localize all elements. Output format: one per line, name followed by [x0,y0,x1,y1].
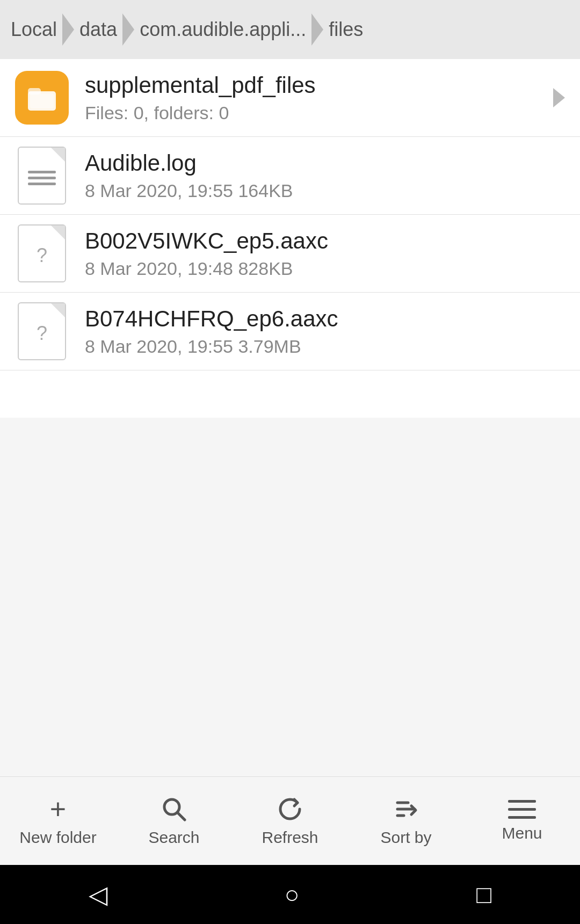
list-item[interactable]: ? B074HCHFRQ_ep6.aaxc 8 Mar 2020, 19:55 … [0,293,580,370]
folder-icon [15,71,69,125]
back-button[interactable]: ◁ [89,880,107,909]
chevron-right-icon [553,88,565,107]
file-name: B002V5IWKC_ep5.aaxc [85,228,565,254]
file-name: Audible.log [85,150,565,176]
breadcrumb-separator [62,13,74,46]
refresh-button[interactable]: Refresh [232,777,348,865]
empty-area [0,418,580,776]
breadcrumb-separator-2 [122,13,134,46]
plus-icon: + [50,795,66,823]
breadcrumb-separator-3 [311,13,323,46]
file-name: supplemental_pdf_files [85,72,553,98]
file-meta: 8 Mar 2020, 19:55 164KB [85,180,565,201]
breadcrumb-item-data[interactable]: data [79,18,117,41]
sort-by-button[interactable]: Sort by [348,777,464,865]
file-info: Audible.log 8 Mar 2020, 19:55 164KB [85,150,565,201]
list-item[interactable]: ? B002V5IWKC_ep5.aaxc 8 Mar 2020, 19:48 … [0,215,580,293]
breadcrumb-item-local[interactable]: Local [11,18,57,41]
svg-line-4 [177,812,185,820]
new-folder-label: New folder [19,828,96,847]
file-name: B074HCHFRQ_ep6.aaxc [85,306,565,332]
recents-button[interactable]: □ [476,880,491,909]
menu-label: Menu [502,824,542,842]
log-file-icon [15,149,69,202]
back-icon: ◁ [89,880,107,909]
file-meta: 8 Mar 2020, 19:48 828KB [85,258,565,279]
unknown-file-icon-2: ? [15,304,69,358]
bottom-toolbar: + New folder Search Refresh Sort by [0,776,580,865]
list-item[interactable]: supplemental_pdf_files Files: 0, folders… [0,59,580,137]
sort-icon [392,795,420,823]
svg-rect-2 [30,93,54,108]
refresh-icon [276,795,304,823]
breadcrumb-item-appli[interactable]: com.audible.appli... [140,18,306,41]
sort-by-label: Sort by [380,828,431,847]
system-nav-bar: ◁ ○ □ [0,865,580,924]
search-icon [160,795,188,823]
home-button[interactable]: ○ [285,880,300,909]
file-meta: Files: 0, folders: 0 [85,103,553,123]
list-item[interactable]: Audible.log 8 Mar 2020, 19:55 164KB [0,137,580,215]
home-icon: ○ [285,880,300,909]
refresh-label: Refresh [262,828,318,847]
menu-icon [508,800,536,819]
search-label: Search [148,828,199,847]
search-button[interactable]: Search [116,777,232,865]
unknown-file-icon: ? [15,227,69,280]
file-meta: 8 Mar 2020, 19:55 3.79MB [85,336,565,357]
breadcrumb: Local data com.audible.appli... files [0,0,580,59]
recents-icon: □ [476,880,491,909]
new-folder-button[interactable]: + New folder [0,777,116,865]
menu-button[interactable]: Menu [464,777,580,865]
breadcrumb-item-files[interactable]: files [329,18,363,41]
file-list: supplemental_pdf_files Files: 0, folders… [0,59,580,418]
file-info: B002V5IWKC_ep5.aaxc 8 Mar 2020, 19:48 82… [85,228,565,279]
file-info: B074HCHFRQ_ep6.aaxc 8 Mar 2020, 19:55 3.… [85,306,565,357]
file-info: supplemental_pdf_files Files: 0, folders… [85,72,553,123]
